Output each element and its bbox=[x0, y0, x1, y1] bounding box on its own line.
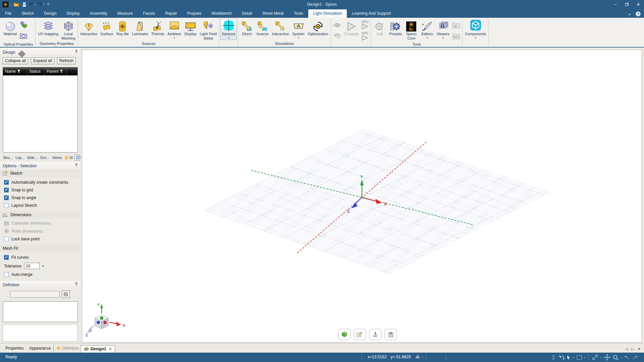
orientation-cube[interactable]: Y X Z bbox=[85, 302, 128, 341]
edit-button[interactable]: Edit bbox=[372, 19, 387, 37]
customize-quick-access-icon[interactable] bbox=[47, 1, 50, 8]
sketch-mode-button[interactable] bbox=[354, 329, 366, 340]
material-button[interactable]: Material bbox=[2, 19, 18, 37]
export-out-button[interactable]: OUT bbox=[452, 32, 460, 40]
dropdown-arrow-icon[interactable]: ▴ bbox=[584, 356, 586, 359]
zoom-icon[interactable] bbox=[612, 354, 619, 361]
thermic-source-button[interactable]: Thermic bbox=[150, 19, 166, 37]
tab-light-simulation[interactable]: Light Simulation bbox=[308, 9, 347, 18]
previous-tab-icon[interactable]: ◁ bbox=[625, 347, 628, 351]
grid-snap-indicator[interactable]: ▴ bbox=[415, 354, 423, 359]
refresh-button[interactable]: Refresh bbox=[57, 57, 76, 64]
layout-sketch-checkbox[interactable] bbox=[4, 203, 9, 208]
lock-base-point-checkbox[interactable] bbox=[4, 237, 9, 241]
previous-view-icon[interactable] bbox=[624, 355, 630, 360]
next-tab-icon[interactable]: ▷ bbox=[631, 347, 634, 351]
snap-to-angle-checkbox[interactable] bbox=[4, 195, 9, 200]
components-button[interactable]: Components ▾ bbox=[464, 19, 487, 40]
auto-constraints-checkbox[interactable] bbox=[4, 180, 9, 185]
local-meshing-button[interactable]: Local Meshing bbox=[60, 19, 77, 41]
close-document-icon[interactable]: ✕ bbox=[638, 347, 641, 351]
direct-simulation-button[interactable]: Direct bbox=[239, 19, 255, 37]
tab-appearance[interactable]: Appearance bbox=[26, 345, 54, 352]
panel-tab-groups[interactable]: Gro... bbox=[39, 155, 51, 160]
dropdown-arrow-icon[interactable]: ▴ bbox=[573, 356, 574, 359]
redo-icon[interactable]: ↷▾ bbox=[38, 1, 44, 8]
column-header-name[interactable]: Name bbox=[3, 67, 27, 75]
close-button-icon[interactable]: ✕ bbox=[633, 0, 644, 9]
tab-measure[interactable]: Measure bbox=[112, 9, 138, 18]
layout-mode-button[interactable] bbox=[385, 329, 397, 340]
applied-material-icon[interactable] bbox=[19, 21, 28, 29]
panel-tab-structure[interactable]: Stru... bbox=[2, 155, 14, 160]
deselect-cursor-icon[interactable] bbox=[557, 354, 565, 360]
tab-sketch[interactable]: Sketch bbox=[16, 9, 39, 18]
fit-curves-checkbox[interactable] bbox=[4, 255, 9, 260]
structure-tree[interactable]: Name Status Parent bbox=[3, 67, 78, 153]
panel-tab-definition[interactable]: D bbox=[74, 155, 80, 161]
definition-search-input[interactable] bbox=[10, 291, 60, 298]
panel-tab-views[interactable]: Views bbox=[51, 155, 63, 160]
presets-button[interactable]: Presets bbox=[388, 19, 403, 37]
box-select-icon[interactable] bbox=[576, 355, 582, 360]
tab-tools[interactable]: Tools bbox=[289, 9, 308, 18]
pin-icon[interactable] bbox=[75, 282, 78, 287]
tab-definition[interactable]: Definition bbox=[53, 345, 82, 352]
display-source-button[interactable]: Display bbox=[183, 19, 198, 37]
next-view-icon[interactable] bbox=[632, 355, 638, 360]
tab-workbench[interactable]: Workbench bbox=[207, 9, 237, 18]
pin-icon[interactable] bbox=[75, 50, 78, 55]
snap-to-grid-checkbox[interactable] bbox=[4, 188, 9, 192]
pan-icon[interactable] bbox=[604, 354, 610, 361]
tab-file[interactable]: File bbox=[0, 9, 16, 18]
dropdown-arrow-icon[interactable]: ▴ bbox=[621, 356, 622, 359]
tolerance-input[interactable] bbox=[24, 263, 40, 269]
column-header-parent[interactable]: Parent bbox=[45, 67, 67, 75]
orbit-icon[interactable] bbox=[592, 354, 598, 361]
select-cursor-icon[interactable] bbox=[567, 355, 571, 360]
hpc-compute-button[interactable]: HPC bbox=[361, 32, 369, 41]
tab-design[interactable]: Design bbox=[39, 9, 61, 18]
tab-learning-and-support[interactable]: Learning And Support bbox=[347, 9, 396, 18]
surface-source-button[interactable]: Surface bbox=[99, 19, 114, 37]
minimize-button-icon[interactable]: − bbox=[610, 0, 621, 9]
dropdown-arrow-icon[interactable]: ▴ bbox=[600, 356, 602, 359]
auto-merge-checkbox[interactable] bbox=[4, 272, 9, 277]
save-icon[interactable] bbox=[22, 1, 27, 8]
pin-icon[interactable] bbox=[75, 163, 78, 168]
interactive-source-button[interactable]: Interactive bbox=[79, 19, 99, 37]
expand-all-button[interactable]: Expand all bbox=[31, 57, 54, 64]
help-icon[interactable]: ? bbox=[636, 11, 641, 16]
speos-core-button[interactable]: Sc Speos Core bbox=[404, 19, 419, 41]
material-library-icon[interactable] bbox=[19, 32, 28, 40]
collapse-ribbon-icon[interactable]: ▲ bbox=[628, 12, 631, 16]
filter-icon[interactable] bbox=[60, 70, 63, 73]
tab-properties[interactable]: Properties bbox=[3, 345, 26, 352]
tab-sheet-metal[interactable]: Sheet Metal bbox=[257, 9, 289, 18]
ambient-source-button[interactable]: Ambient ▾ bbox=[166, 19, 182, 40]
filter-icon[interactable] bbox=[17, 70, 21, 73]
tolerance-dropdown-icon[interactable]: ▾ bbox=[42, 264, 44, 268]
undo-icon[interactable]: ↶▾ bbox=[29, 1, 36, 8]
sensors-button[interactable]: Sensors ▾ bbox=[220, 19, 236, 40]
import-in-button[interactable]: IN bbox=[452, 21, 460, 29]
tab-prepare[interactable]: Prepare bbox=[182, 9, 207, 18]
tab-detail[interactable]: Detail bbox=[237, 9, 257, 18]
interactive-simulation-button[interactable]: Interactive bbox=[271, 19, 290, 37]
uv-mapping-button[interactable]: UV mapping bbox=[37, 19, 60, 37]
tab-assembly[interactable]: Assembly bbox=[85, 9, 112, 18]
document-tab-design1[interactable]: Design1 ✕ bbox=[80, 345, 115, 353]
viewers-button[interactable]: Viewers ▾ bbox=[435, 19, 451, 40]
inverse-simulation-button[interactable]: Inverse bbox=[255, 19, 270, 37]
viewport-3d[interactable]: Y X Z Y X bbox=[82, 50, 642, 343]
optimization-button[interactable]: Optimization bbox=[307, 19, 330, 37]
tab-facets[interactable]: Facets bbox=[138, 9, 160, 18]
panel-tab-simulation[interactable]: Si bbox=[63, 155, 74, 161]
editors-button[interactable]: Editors ▾ bbox=[419, 19, 435, 40]
column-header-status[interactable]: Status bbox=[27, 67, 45, 75]
close-tab-icon[interactable]: ✕ bbox=[109, 347, 112, 351]
compute-button[interactable]: Compute bbox=[342, 19, 360, 37]
solid-mode-button[interactable] bbox=[338, 329, 351, 340]
open-icon[interactable] bbox=[13, 1, 19, 8]
gpu-compute-button[interactable]: GPU bbox=[361, 20, 369, 29]
